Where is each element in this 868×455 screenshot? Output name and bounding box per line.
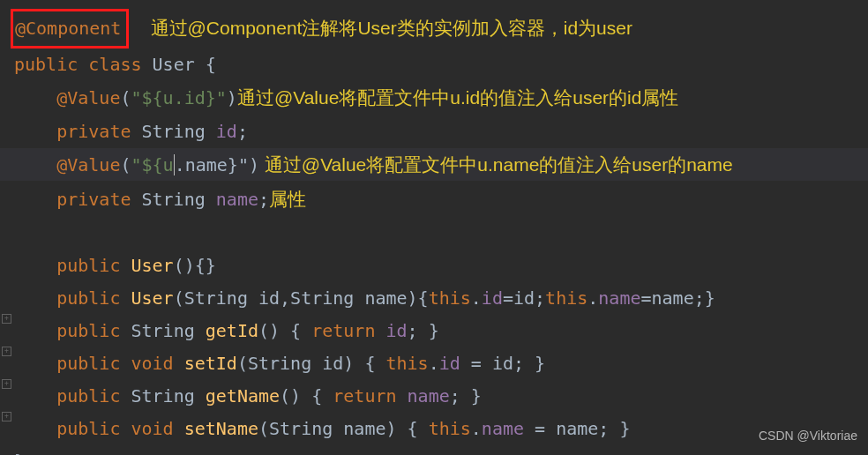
code-editor[interactable]: @Component 通过@Component注解将User类的实例加入容器，i… bbox=[0, 0, 868, 455]
code-line-3: @Value("${u.id}")通过@Value将配置文件中u.id的值注入给… bbox=[14, 81, 868, 116]
fold-icon[interactable]: + bbox=[2, 412, 11, 421]
code-line-11: public void setId(String id) { this.id =… bbox=[14, 347, 868, 380]
code-line-9: public User(String id,String name){this.… bbox=[14, 282, 868, 315]
code-line-14: } bbox=[14, 445, 868, 455]
code-line-10: public String getId() { return id; } bbox=[14, 315, 868, 347]
watermark: CSDN @Viktoriae bbox=[759, 425, 857, 448]
annotation-component: @Component bbox=[15, 18, 121, 39]
fold-icon[interactable]: + bbox=[2, 347, 11, 356]
code-line-12: public String getName() { return name; } bbox=[14, 380, 868, 413]
code-line-2: public class User { bbox=[14, 48, 868, 81]
code-line-13: public void setName(String name) { this.… bbox=[14, 413, 868, 445]
fold-icon[interactable]: + bbox=[2, 314, 11, 324]
comment-4: 属性 bbox=[269, 189, 306, 209]
code-line-7 bbox=[14, 217, 868, 250]
comment-3: 通过@Value将配置文件中u.name的值注入给user的name bbox=[259, 154, 733, 175]
comment-1: 通过@Component注解将User类的实例加入容器，id为user bbox=[151, 18, 632, 38]
fold-icon[interactable]: + bbox=[2, 379, 11, 389]
code-line-1: @Component 通过@Component注解将User类的实例加入容器，i… bbox=[14, 9, 868, 48]
comment-2: 通过@Value将配置文件中u.id的值注入给user的id属性 bbox=[237, 87, 679, 108]
highlight-box: @Component bbox=[11, 9, 129, 48]
code-line-6: private String name;属性 bbox=[14, 183, 868, 217]
code-line-5: @Value("${u.name}") 通过@Value将配置文件中u.name… bbox=[14, 148, 868, 183]
code-line-4: private String id; bbox=[14, 116, 868, 148]
code-line-8: public User(){} bbox=[14, 250, 868, 282]
